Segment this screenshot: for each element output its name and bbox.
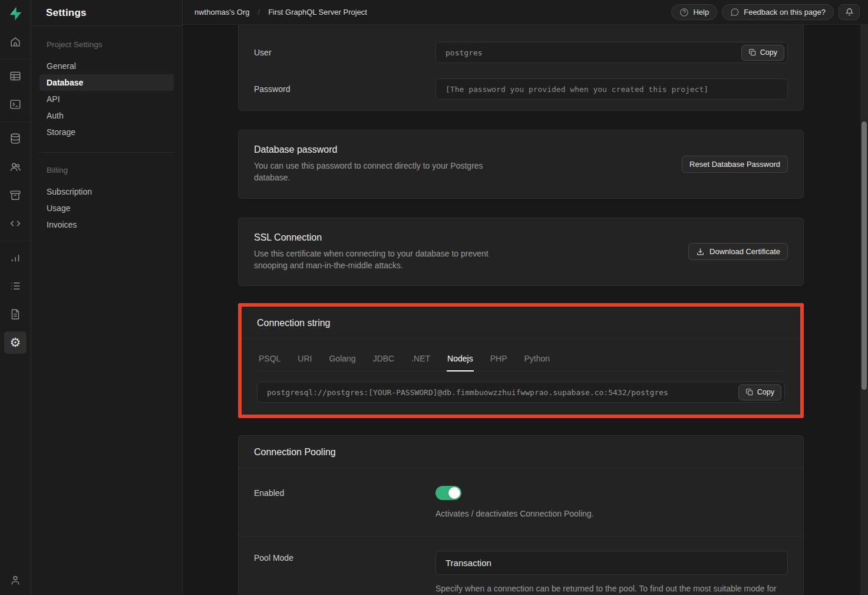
storage-icon[interactable]	[4, 184, 27, 206]
tab-dotnet[interactable]: .NET	[411, 349, 431, 371]
download-certificate-button[interactable]: Download Certificate	[688, 243, 788, 260]
toggle-knob	[448, 487, 460, 499]
sidebar-item-api[interactable]: API	[39, 91, 174, 107]
tab-jdbc[interactable]: JDBC	[372, 349, 395, 371]
pool-mode-description: Specify when a connection can be returne…	[435, 583, 788, 595]
table-editor-icon[interactable]	[4, 65, 27, 87]
connection-string-value: postgresql://postgres:[YOUR-PASSWORD]@db…	[267, 388, 668, 397]
help-icon	[679, 8, 689, 17]
sidebar-item-database[interactable]: Database	[39, 74, 174, 91]
password-label: Password	[254, 84, 435, 94]
breadcrumb: nwthomas's Org / First GraphQL Server Pr…	[194, 8, 367, 17]
logs-icon[interactable]	[4, 275, 27, 297]
reports-icon[interactable]	[4, 246, 27, 269]
reset-database-password-button[interactable]: Reset Database Password	[682, 156, 788, 173]
icon-rail: ⚙	[0, 0, 31, 595]
enabled-row: Enabled Activates / deactivates Connecti…	[239, 468, 803, 536]
settings-content: User postgres Copy	[183, 25, 868, 595]
database-password-description: You can use this password to connect dir…	[254, 160, 507, 184]
connection-string-field[interactable]: postgresql://postgres:[YOUR-PASSWORD]@db…	[257, 382, 785, 403]
feedback-button[interactable]: Feedback on this page?	[722, 4, 834, 20]
ssl-connection-description: Use this certificate when connecting to …	[254, 248, 507, 272]
password-placeholder: [The password you provided when you crea…	[445, 85, 708, 94]
sidebar-item-invoices[interactable]: Invoices	[39, 216, 174, 233]
user-value: postgres	[445, 48, 483, 57]
sidebar-item-usage[interactable]: Usage	[39, 200, 174, 216]
highlight-red-border: Connection string PSQL URI Golang JDBC .…	[238, 303, 804, 418]
page-title: Settings	[46, 7, 87, 19]
user-label: User	[254, 48, 435, 57]
connection-string-card: Connection string PSQL URI Golang JDBC .…	[242, 307, 800, 415]
connection-info-card: User postgres Copy	[238, 25, 804, 111]
user-field[interactable]: postgres Copy	[435, 42, 788, 63]
copy-user-button[interactable]: Copy	[741, 45, 784, 61]
account-icon[interactable]	[4, 569, 27, 591]
bell-icon	[844, 7, 854, 17]
tab-nodejs[interactable]: Nodejs	[447, 349, 474, 371]
pool-mode-row: Pool Mode Transaction Specify when a con…	[239, 536, 803, 595]
enabled-description: Activates / deactivates Connection Pooli…	[435, 508, 788, 520]
sidebar-item-storage[interactable]: Storage	[39, 124, 174, 140]
password-field[interactable]: [The password you provided when you crea…	[435, 78, 788, 100]
ssl-connection-card: SSL Connection Use this certificate when…	[238, 218, 804, 287]
chat-bubble-icon	[730, 8, 740, 17]
notifications-button[interactable]	[839, 4, 860, 20]
sidebar-header: Settings	[31, 0, 182, 26]
breadcrumb-project[interactable]: First GraphQL Server Project	[268, 8, 367, 17]
scrollbar-track[interactable]	[860, 25, 868, 595]
edge-functions-icon[interactable]	[4, 212, 27, 235]
tab-uri[interactable]: URI	[297, 349, 312, 371]
rail-divider	[0, 59, 31, 60]
rail-divider	[0, 121, 31, 122]
sidebar-item-auth[interactable]: Auth	[39, 107, 174, 124]
connection-string-tabs: PSQL URI Golang JDBC .NET Nodejs PHP Pyt…	[257, 349, 785, 372]
connection-pooling-toggle[interactable]	[435, 486, 461, 500]
settings-icon[interactable]: ⚙	[4, 331, 27, 354]
nav-section-billing: Billing	[39, 166, 174, 175]
help-button[interactable]: Help	[671, 4, 717, 20]
docs-icon[interactable]	[4, 303, 27, 326]
sidebar-item-general[interactable]: General	[39, 58, 174, 74]
connection-pooling-title: Connection Pooling	[254, 447, 788, 458]
database-password-title: Database password	[254, 144, 507, 155]
database-icon[interactable]	[4, 127, 27, 150]
tab-python[interactable]: Python	[523, 349, 550, 371]
supabase-logo[interactable]	[6, 5, 24, 22]
breadcrumb-separator: /	[258, 8, 260, 17]
connection-pooling-card: Connection Pooling Enabled Activates / d…	[238, 435, 804, 595]
tab-php[interactable]: PHP	[490, 349, 508, 371]
pool-mode-value: Transaction	[445, 558, 491, 568]
tab-psql[interactable]: PSQL	[258, 349, 281, 371]
authentication-icon[interactable]	[4, 156, 27, 178]
download-icon	[696, 247, 705, 256]
nav-divider	[38, 152, 175, 153]
copy-connection-string-button[interactable]: Copy	[738, 384, 781, 400]
scrollbar-thumb[interactable]	[862, 121, 867, 390]
copy-icon	[748, 48, 757, 57]
sql-editor-icon[interactable]	[4, 93, 27, 116]
settings-sidebar: Settings Project Settings General Databa…	[31, 0, 183, 595]
sidebar-item-subscription[interactable]: Subscription	[39, 183, 174, 200]
nav-section-project-settings: Project Settings	[39, 40, 174, 49]
tab-golang[interactable]: Golang	[328, 349, 356, 371]
ssl-connection-title: SSL Connection	[254, 232, 507, 243]
database-password-card: Database password You can use this passw…	[238, 130, 804, 199]
pool-mode-label: Pool Mode	[254, 551, 435, 595]
home-icon[interactable]	[4, 31, 27, 53]
copy-icon	[745, 388, 754, 396]
breadcrumb-org[interactable]: nwthomas's Org	[194, 8, 250, 17]
enabled-label: Enabled	[254, 486, 435, 520]
rail-divider	[0, 241, 31, 241]
pool-mode-select[interactable]: Transaction	[435, 551, 788, 575]
connection-string-title: Connection string	[257, 318, 785, 328]
top-bar: nwthomas's Org / First GraphQL Server Pr…	[183, 0, 868, 25]
